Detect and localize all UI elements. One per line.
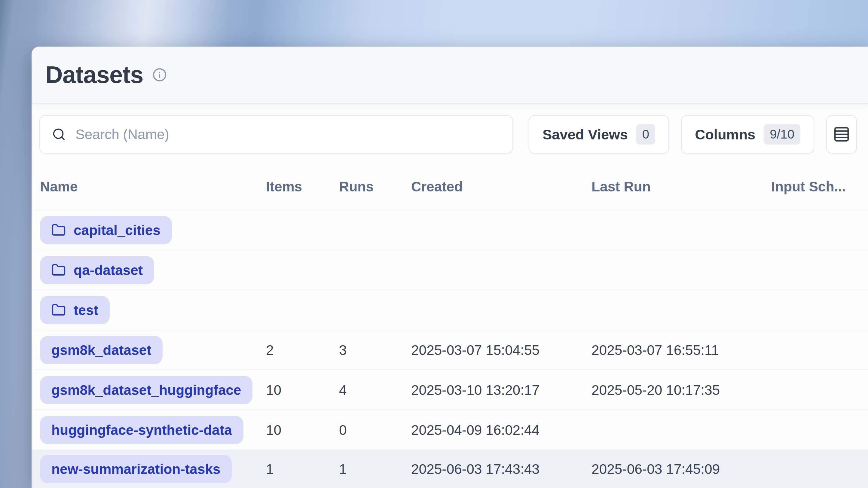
column-header-last-run: Last Run: [591, 178, 771, 195]
datasets-table: Name Items Runs Created Last Run Input S…: [32, 163, 868, 488]
items-cell: 10: [266, 422, 339, 438]
column-header-name: Name: [40, 178, 266, 195]
columns-label: Columns: [695, 126, 755, 143]
runs-cell: 4: [339, 382, 411, 398]
saved-views-count-badge: 0: [636, 124, 655, 144]
table-row[interactable]: huggingface-synthetic-data1002025-04-09 …: [32, 410, 868, 450]
page-title: Datasets: [45, 61, 143, 89]
column-header-runs: Runs: [339, 178, 411, 195]
name-cell: huggingface-synthetic-data: [40, 416, 266, 444]
column-header-created: Created: [411, 178, 591, 195]
table-header-row: Name Items Runs Created Last Run Input S…: [32, 163, 868, 210]
created-cell: 2025-03-07 15:04:55: [411, 342, 591, 358]
columns-button[interactable]: Columns 9/10: [681, 115, 814, 154]
created-cell: 2025-03-10 13:20:17: [411, 382, 591, 398]
table-row[interactable]: qa-dataset: [32, 250, 868, 290]
name-cell: qa-dataset: [40, 256, 266, 284]
last-run-cell: 2025-03-07 16:55:11: [591, 342, 771, 358]
items-cell: 1: [266, 461, 339, 477]
dataset-name-label: test: [74, 302, 98, 318]
datasets-panel: Datasets Saved Views 0 Columns 9/10 Name: [32, 46, 868, 488]
toolbar: Saved Views 0 Columns 9/10: [32, 104, 868, 163]
dataset-name-badge[interactable]: huggingface-synthetic-data: [40, 416, 243, 444]
dataset-name-label: huggingface-synthetic-data: [52, 422, 232, 438]
saved-views-button[interactable]: Saved Views 0: [529, 115, 669, 154]
dataset-name-badge[interactable]: new-summarization-tasks: [40, 455, 232, 483]
runs-cell: 1: [339, 461, 411, 477]
folder-badge[interactable]: capital_cities: [40, 216, 172, 244]
name-cell: capital_cities: [40, 216, 266, 244]
items-cell: 10: [266, 382, 339, 398]
page-header: Datasets: [32, 46, 868, 104]
saved-views-label: Saved Views: [542, 126, 628, 143]
folder-badge[interactable]: qa-dataset: [40, 256, 154, 284]
dataset-name-badge[interactable]: gsm8k_dataset: [40, 336, 163, 364]
table-row[interactable]: new-summarization-tasks112025-06-03 17:4…: [32, 450, 868, 488]
folder-icon: [52, 263, 66, 278]
dataset-name-badge[interactable]: gsm8k_dataset_huggingface: [40, 376, 252, 404]
row-height-button[interactable]: [826, 115, 857, 154]
items-cell: 2: [266, 342, 339, 358]
info-icon[interactable]: [152, 68, 167, 82]
name-cell: new-summarization-tasks: [40, 455, 266, 483]
last-run-cell: 2025-06-03 17:45:09: [591, 461, 771, 477]
folder-badge[interactable]: test: [40, 296, 110, 324]
search-box: [39, 115, 513, 154]
table-row[interactable]: gsm8k_dataset_huggingface1042025-03-10 1…: [32, 370, 868, 410]
dataset-name-label: qa-dataset: [74, 262, 143, 278]
last-run-cell: 2025-05-20 10:17:35: [591, 382, 771, 398]
table-body: capital_citiesqa-datasettestgsm8k_datase…: [32, 210, 868, 488]
runs-cell: 0: [339, 422, 411, 438]
table-row[interactable]: capital_cities: [32, 210, 868, 250]
search-input[interactable]: [75, 126, 500, 142]
name-cell: test: [40, 296, 266, 324]
name-cell: gsm8k_dataset_huggingface: [40, 376, 266, 404]
search-icon: [52, 127, 66, 141]
folder-icon: [52, 223, 66, 237]
created-cell: 2025-06-03 17:43:43: [411, 461, 591, 477]
column-header-items: Items: [266, 178, 339, 195]
dataset-name-label: gsm8k_dataset: [52, 342, 151, 358]
dataset-name-label: new-summarization-tasks: [52, 461, 220, 477]
table-row[interactable]: gsm8k_dataset232025-03-07 15:04:552025-0…: [32, 330, 868, 370]
column-header-input-schema: Input Sch...: [771, 178, 868, 195]
dataset-name-label: capital_cities: [74, 222, 160, 238]
folder-icon: [52, 303, 66, 317]
name-cell: gsm8k_dataset: [40, 336, 266, 364]
created-cell: 2025-04-09 16:02:44: [411, 422, 591, 438]
table-row[interactable]: test: [32, 290, 868, 330]
columns-count-badge: 9/10: [764, 124, 800, 144]
dataset-name-label: gsm8k_dataset_huggingface: [52, 382, 241, 398]
runs-cell: 3: [339, 342, 411, 358]
rows-icon: [833, 126, 850, 143]
